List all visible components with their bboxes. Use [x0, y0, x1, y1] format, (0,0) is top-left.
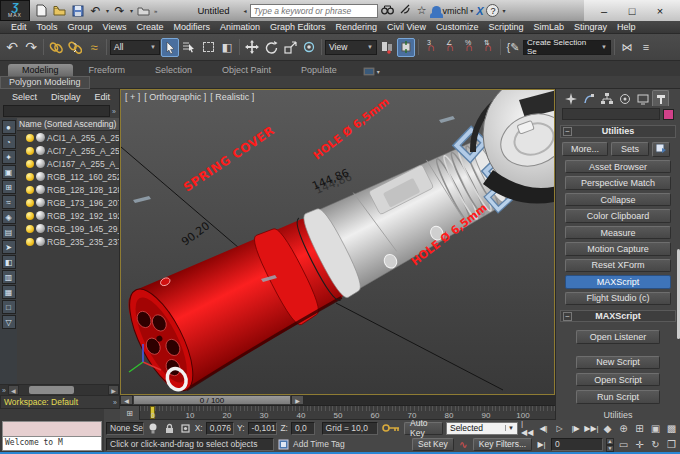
angle-snap-toggle-icon[interactable]: ∠∩ [441, 38, 459, 57]
undo-dropdown-icon[interactable]: ▾ [106, 7, 109, 14]
zoom-extents-icon[interactable]: ▣ [649, 422, 662, 435]
spinner-down-icon[interactable]: ▼ [606, 445, 614, 452]
workspace-selector[interactable]: Workspace: Default [1, 397, 113, 407]
use-selection-center-button[interactable] [397, 38, 415, 57]
auto-key-button[interactable]: Auto Key [404, 422, 443, 435]
save-file-icon[interactable] [70, 3, 85, 18]
utility-measure[interactable]: Measure [565, 226, 671, 239]
tab-utilities-icon[interactable] [652, 90, 669, 106]
scene-object-row[interactable]: RGB_112_160_252 [17, 170, 119, 183]
explorer-search-input[interactable] [3, 105, 110, 117]
open-listener-button[interactable]: Open Listener [576, 330, 660, 343]
open-script-button[interactable]: Open Script [576, 373, 660, 386]
tab-create-icon[interactable] [562, 92, 579, 106]
next-frame-icon[interactable]: ▶ [291, 395, 304, 405]
utility-perspective-match[interactable]: Perspective Match [565, 176, 671, 189]
ribbon-config-dropdown[interactable]: ▾ [363, 67, 380, 76]
utility-flight-studio[interactable]: Flight Studio (c) [565, 292, 671, 305]
menu-group[interactable]: Group [63, 22, 98, 32]
previous-frame-icon[interactable]: ◀| [537, 422, 550, 435]
utility-asset-browser[interactable]: Asset Browser [565, 160, 671, 173]
ribbon-tab-selection[interactable]: Selection [141, 64, 206, 76]
visibility-bulb-icon[interactable] [26, 199, 34, 207]
menu-scripting[interactable]: Scripting [483, 22, 528, 32]
display-groups-icon[interactable]: ◈ [2, 210, 16, 224]
application-menu-button[interactable]: Ʒ MAX [0, 0, 30, 21]
select-object-button[interactable] [161, 38, 179, 57]
help-dropdown-icon[interactable]: ▾ [502, 7, 505, 14]
rectangular-selection-region-icon[interactable] [199, 38, 217, 57]
scene-object-row[interactable]: RGB_235_235_237 [17, 235, 119, 248]
display-bones-icon[interactable]: ▥ [2, 270, 16, 284]
explorer-menu-edit[interactable]: Edit [89, 92, 117, 102]
open-file-icon[interactable] [52, 3, 67, 18]
scene-object-row[interactable]: RGB_128_128_128 [17, 183, 119, 196]
scene-object-row[interactable]: ACI167_A_255_A_ [17, 157, 119, 170]
key-mode-dropdown[interactable]: Selected ▼ [446, 422, 518, 435]
select-and-manipulate-icon[interactable] [300, 38, 318, 57]
object-color-swatch[interactable] [663, 109, 674, 120]
macro-recorder-line[interactable] [2, 421, 102, 437]
go-to-end-icon[interactable]: ▶▶| [585, 422, 598, 435]
isolate-selection-icon[interactable] [147, 422, 160, 435]
new-script-button[interactable]: New Script [576, 356, 660, 369]
track-bar[interactable]: ⊞ 0 10 20 30 40 50 60 70 80 90 100 [120, 406, 555, 420]
scroll-right-icon[interactable]: ▶ [108, 385, 119, 395]
orbit-icon[interactable]: ↻ [649, 438, 662, 451]
workspace-expand-icon[interactable]: » [113, 399, 119, 406]
utility-sets-button[interactable]: Sets [611, 142, 649, 156]
display-spacewarps-icon[interactable]: ≈ [2, 195, 16, 209]
select-and-rotate-icon[interactable] [262, 38, 280, 57]
ribbon-tab-populate[interactable]: Populate [287, 64, 351, 76]
zoom-region-icon[interactable]: ▭ [617, 438, 630, 451]
undo-icon[interactable]: ↶ [88, 3, 103, 18]
search-input[interactable] [250, 4, 378, 18]
explorer-expand-icon[interactable]: » [112, 108, 116, 115]
collapse-rollout-icon[interactable]: − [563, 312, 572, 321]
menu-customize[interactable]: Customize [431, 22, 484, 32]
scrollbar-thumb[interactable] [29, 386, 74, 394]
tab-hierarchy-icon[interactable] [598, 92, 615, 106]
zoom-icon[interactable]: ⊕ [617, 422, 630, 435]
next-key-icon[interactable]: ▶| [535, 438, 548, 451]
project-folder-icon[interactable] [136, 3, 151, 18]
use-pivot-point-icon[interactable] [378, 38, 396, 57]
viewport-general-menu[interactable]: [ + ] [125, 92, 140, 102]
visibility-bulb-icon[interactable] [26, 160, 34, 168]
display-selection-sets-icon[interactable]: ➤ [2, 240, 16, 254]
utility-collapse[interactable]: Collapse [565, 193, 671, 206]
bind-to-space-warp-icon[interactable]: ≈ [85, 38, 103, 57]
filter-funnel-icon[interactable]: ▽ [2, 315, 16, 329]
visibility-bulb-icon[interactable] [26, 238, 34, 246]
spinner-snap-toggle-icon[interactable]: ⇅∩ [479, 38, 497, 57]
select-and-move-icon[interactable] [243, 38, 261, 57]
scroll-left-icon[interactable]: ◀ [8, 385, 19, 395]
unlink-selection-icon[interactable] [66, 38, 84, 57]
collapse-rollout-icon[interactable]: − [563, 127, 572, 136]
object-name-field[interactable] [562, 108, 660, 120]
pan-hand-icon[interactable]: ✛ [633, 438, 646, 451]
user-dropdown-icon[interactable]: ▾ [470, 7, 473, 14]
menu-civil-view[interactable]: Civil View [382, 22, 431, 32]
minimize-button[interactable]: – [590, 5, 618, 17]
redo-dropdown-icon[interactable]: ▾ [130, 7, 133, 14]
menu-rendering[interactable]: Rendering [331, 22, 383, 32]
polygon-modeling-panel[interactable]: Polygon Modeling [0, 76, 90, 89]
viewport[interactable]: [ + ] [ Orthographic ] [ Realistic ] [120, 89, 555, 395]
current-frame-field[interactable]: 0 [551, 438, 603, 451]
go-to-start-icon[interactable]: |◀◀ [521, 422, 534, 435]
redo-scene-icon[interactable]: ↷ [22, 38, 40, 57]
scene-object-row[interactable]: RGB_192_192_192 [17, 209, 119, 222]
named-selection-sets-dropdown[interactable]: Create Selection Se ▼ [523, 40, 611, 55]
scene-object-row[interactable]: ACI1_A_255_A_25 [17, 131, 119, 144]
window-crossing-toggle-icon[interactable]: ◧ [218, 38, 236, 57]
signin-user-chip[interactable]: vmichl ▾ [432, 6, 474, 16]
display-helpers-icon[interactable]: ⊞ [2, 180, 16, 194]
time-slider-handle[interactable]: 0 / 100 [133, 395, 291, 405]
key-filters-curve-icon[interactable]: ∿ [457, 438, 470, 451]
set-key-button[interactable]: Set Key [412, 438, 454, 451]
listener-line[interactable]: Welcome to M [2, 437, 102, 451]
set-keys-key-icon[interactable] [381, 422, 401, 435]
visibility-bulb-icon[interactable] [26, 147, 34, 155]
tab-display-icon[interactable] [634, 92, 651, 106]
